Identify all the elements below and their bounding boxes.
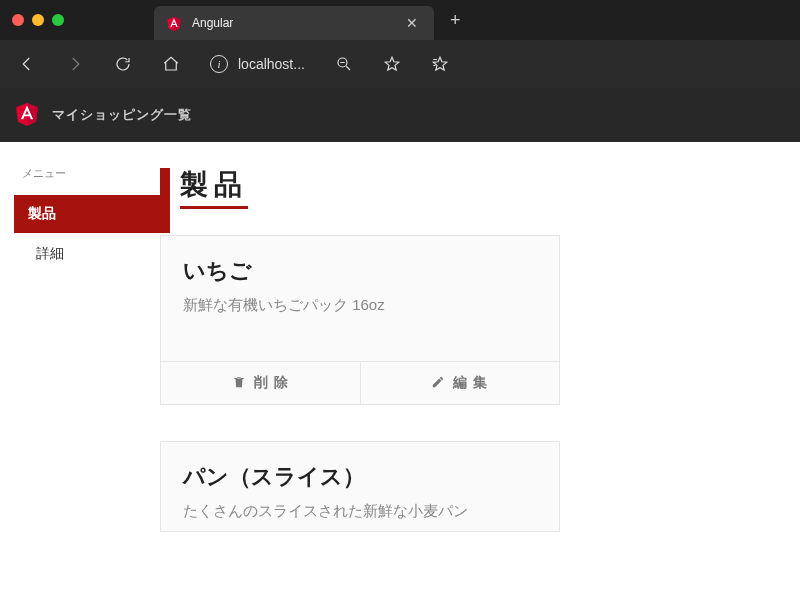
favorite-star-button[interactable]	[375, 47, 409, 81]
new-tab-button[interactable]: +	[450, 10, 461, 31]
sidebar-item-details[interactable]: 詳細	[22, 235, 148, 273]
forward-button[interactable]	[58, 47, 92, 81]
sidebar: メニュー 製品 詳細	[0, 166, 160, 568]
site-info-icon[interactable]: i	[210, 55, 228, 73]
angular-favicon	[166, 15, 182, 31]
product-card: パン（スライス） たくさんのスライスされた新鮮な小麦パン	[160, 441, 560, 532]
page-heading: 製品	[160, 166, 776, 209]
sidebar-item-label: 製品	[28, 205, 56, 221]
product-name: いちご	[183, 256, 537, 286]
delete-button[interactable]: 削 除	[161, 362, 361, 404]
tab-close-icon[interactable]: ✕	[402, 15, 422, 31]
tab-title: Angular	[192, 16, 392, 30]
product-description: たくさんのスライスされた新鮮な小麦パン	[183, 502, 537, 521]
edit-label: 編 集	[453, 374, 488, 392]
sidebar-item-label: 詳細	[36, 245, 64, 261]
edit-icon	[431, 375, 445, 392]
window-close-button[interactable]	[12, 14, 24, 26]
zoom-out-button[interactable]	[327, 47, 361, 81]
url-bar[interactable]: i localhost...	[202, 55, 313, 73]
app-title: マイショッピング一覧	[52, 106, 192, 124]
angular-logo-icon	[14, 100, 40, 130]
refresh-button[interactable]	[106, 47, 140, 81]
heading-accent-bar	[160, 168, 170, 208]
sidebar-item-products[interactable]: 製品	[14, 195, 170, 233]
titlebar: Angular ✕ +	[0, 0, 800, 40]
heading-text: 製品	[180, 166, 248, 209]
card-body: いちご 新鮮な有機いちごパック 16oz	[161, 236, 559, 361]
favorites-list-button[interactable]	[423, 47, 457, 81]
product-name: パン（スライス）	[183, 462, 537, 492]
trash-icon	[232, 375, 246, 392]
menu-label: メニュー	[22, 166, 148, 181]
browser-chrome: Angular ✕ + i localhost...	[0, 0, 800, 142]
url-text: localhost...	[238, 56, 305, 72]
home-button[interactable]	[154, 47, 188, 81]
card-body: パン（スライス） たくさんのスライスされた新鮮な小麦パン	[161, 442, 559, 531]
window-controls	[8, 14, 64, 26]
delete-label: 削 除	[254, 374, 289, 392]
main-content: 製品 いちご 新鮮な有機いちごパック 16oz 削 除 編	[160, 166, 800, 568]
browser-toolbar: i localhost...	[0, 40, 800, 88]
product-description: 新鮮な有機いちごパック 16oz	[183, 296, 537, 315]
window-maximize-button[interactable]	[52, 14, 64, 26]
window-minimize-button[interactable]	[32, 14, 44, 26]
product-card: いちご 新鮮な有機いちごパック 16oz 削 除 編 集	[160, 235, 560, 405]
back-button[interactable]	[10, 47, 44, 81]
page-body: メニュー 製品 詳細 製品 いちご 新鮮な有機いちごパック 16oz 削	[0, 142, 800, 568]
browser-tab[interactable]: Angular ✕	[154, 6, 434, 40]
card-actions: 削 除 編 集	[161, 361, 559, 404]
app-header: マイショッピング一覧	[0, 88, 800, 142]
edit-button[interactable]: 編 集	[361, 362, 560, 404]
